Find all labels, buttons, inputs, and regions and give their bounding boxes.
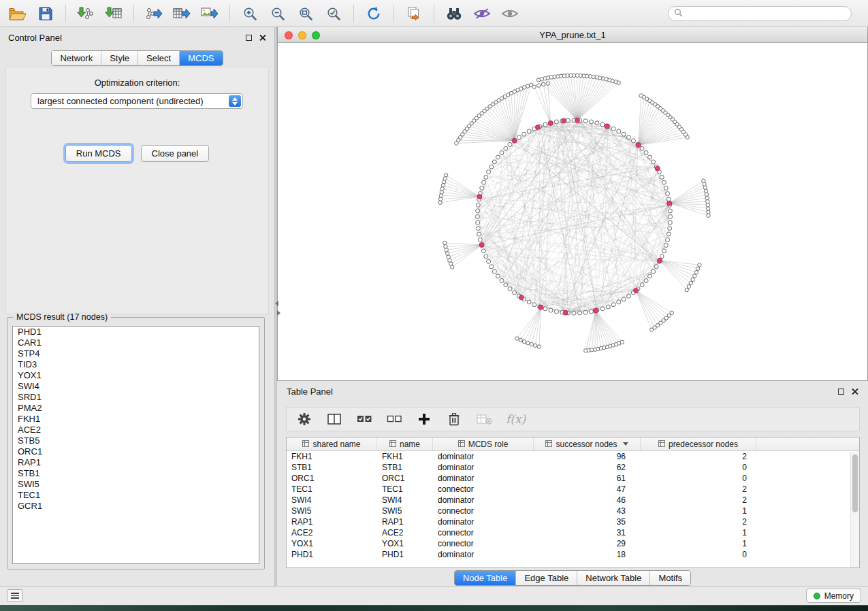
tab-motifs[interactable]: Motifs <box>650 571 690 585</box>
table-row[interactable]: STB1STB1dominator620 <box>287 462 859 473</box>
cell: ORC1 <box>377 474 433 483</box>
toolbar-separator <box>133 5 134 22</box>
search-input[interactable] <box>687 8 846 18</box>
table-row[interactable]: ACE2ACE2connector311 <box>287 527 859 538</box>
run-mcds-button[interactable]: Run MCDS <box>65 145 132 162</box>
criterion-label: Optimization criterion: <box>6 78 268 88</box>
close-window-icon[interactable] <box>285 31 293 39</box>
table-panel-title: Table Panel <box>287 386 333 397</box>
table-row[interactable]: FKH1FKH1dominator962 <box>287 451 859 462</box>
control-panel: Control Panel NetworkStyleSelectMCDS Opt… <box>0 27 274 586</box>
zoom-out-icon[interactable] <box>268 4 287 23</box>
float-panel-icon[interactable] <box>246 35 252 41</box>
criterion-select[interactable]: largest connected component (undirected) <box>31 93 243 109</box>
close-table-panel-icon[interactable] <box>851 388 858 395</box>
mcds-result-item[interactable]: SWI5 <box>13 479 259 490</box>
table-row[interactable]: YOX1YOX1connector291 <box>287 538 859 549</box>
column-header-predecessor-nodes[interactable]: predecessor nodes <box>641 437 756 450</box>
cell: connector <box>433 484 534 494</box>
tab-mcds[interactable]: MCDS <box>180 51 222 65</box>
column-type-icon <box>658 440 665 449</box>
mcds-result-item[interactable]: TID3 <box>13 359 259 370</box>
tab-node-table[interactable]: Node Table <box>455 571 517 585</box>
select-all-icon[interactable] <box>356 411 372 427</box>
column-header-mcds-role[interactable]: MCDS role <box>433 437 534 450</box>
deselect-all-icon[interactable] <box>386 411 402 427</box>
zoom-in-icon[interactable] <box>240 4 259 23</box>
mcds-result-item[interactable]: CAR1 <box>13 337 259 348</box>
zoom-selected-icon[interactable] <box>324 4 343 23</box>
mcds-result-item[interactable]: GCR1 <box>13 501 259 512</box>
cell: SWI4 <box>287 495 377 505</box>
node-table: shared namenameMCDS rolesuccessor nodesp… <box>286 437 860 568</box>
mcds-result-item[interactable]: PHD1 <box>13 327 259 337</box>
export-image-icon[interactable] <box>200 4 219 23</box>
import-table-icon[interactable] <box>104 4 123 23</box>
table-row[interactable]: PHD1PHD1dominator180 <box>287 549 859 560</box>
save-icon[interactable] <box>36 4 55 23</box>
cell: 47 <box>534 484 641 494</box>
table-header-row: shared namenameMCDS rolesuccessor nodesp… <box>287 437 859 451</box>
network-window-titlebar[interactable]: YPA_prune.txt_1 <box>278 27 867 43</box>
maximize-window-icon[interactable] <box>312 31 320 39</box>
mcds-result-item[interactable]: PMA2 <box>13 403 259 414</box>
mcds-result-item[interactable]: ORC1 <box>13 446 259 457</box>
open-icon[interactable] <box>8 4 27 23</box>
refresh-icon[interactable] <box>364 4 383 23</box>
table-row[interactable]: SWI5SWI5connector431 <box>287 506 859 516</box>
tab-edge-table[interactable]: Edge Table <box>516 571 577 585</box>
mcds-result-item[interactable]: SWI4 <box>13 381 259 392</box>
criterion-selected-value: largest connected component (undirected) <box>37 96 204 106</box>
eye-icon[interactable] <box>500 4 519 23</box>
tab-network-table[interactable]: Network Table <box>577 571 650 585</box>
delete-row-icon[interactable] <box>446 411 462 427</box>
export-network-icon[interactable] <box>144 4 163 23</box>
column-header-shared-name[interactable]: shared name <box>287 437 377 450</box>
table-row[interactable]: SWI4SWI4dominator462 <box>287 495 859 506</box>
table-row[interactable]: TEC1TEC1connector472 <box>287 484 859 495</box>
cell: STB1 <box>287 463 377 472</box>
window-traffic-lights <box>285 31 320 39</box>
scrollbar-thumb[interactable] <box>852 455 858 512</box>
column-type-icon <box>545 440 552 449</box>
status-menu-icon[interactable] <box>7 589 23 602</box>
mcds-result-item[interactable]: TEC1 <box>13 490 259 501</box>
float-table-panel-icon[interactable] <box>838 389 844 395</box>
table-scrollbar[interactable] <box>850 452 859 567</box>
tab-style[interactable]: Style <box>101 51 138 65</box>
network-canvas[interactable] <box>278 43 867 380</box>
cell: 1 <box>641 528 756 538</box>
search-box[interactable] <box>668 6 852 21</box>
add-row-icon[interactable] <box>416 411 432 427</box>
delete-table-icon <box>476 411 492 427</box>
tab-select[interactable]: Select <box>138 51 180 65</box>
mcds-result-item[interactable]: YOX1 <box>13 370 259 381</box>
import-network-icon[interactable] <box>76 4 95 23</box>
mcds-result-item[interactable]: STB5 <box>13 435 259 446</box>
mcds-result-item[interactable]: SRD1 <box>13 392 259 403</box>
tab-network[interactable]: Network <box>52 51 101 65</box>
mcds-result-item[interactable]: RAP1 <box>13 457 259 468</box>
column-header-successor-nodes[interactable]: successor nodes <box>534 437 641 450</box>
table-row[interactable]: ORC1ORC1dominator610 <box>287 473 859 484</box>
close-panel-button[interactable]: Close panel <box>141 145 210 162</box>
mcds-result-item[interactable]: FKH1 <box>13 414 259 425</box>
minimize-window-icon[interactable] <box>298 31 306 39</box>
cell: FKH1 <box>377 452 433 461</box>
eye-filter-icon[interactable] <box>472 4 492 23</box>
copy-icon[interactable] <box>404 4 423 23</box>
memory-button[interactable]: Memory <box>806 589 861 603</box>
zoom-fit-icon[interactable] <box>296 4 315 23</box>
mcds-result-item[interactable]: STB1 <box>13 468 259 479</box>
close-panel-icon[interactable] <box>259 34 266 42</box>
binoculars-icon[interactable] <box>445 4 464 23</box>
column-header-name[interactable]: name <box>377 437 433 450</box>
mcds-result-item[interactable]: ACE2 <box>13 425 259 435</box>
cell: PHD1 <box>377 550 433 559</box>
columns-icon[interactable] <box>326 411 342 427</box>
cell: dominator <box>433 452 534 461</box>
settings-icon[interactable] <box>296 411 312 427</box>
table-row[interactable]: RAP1RAP1dominator352 <box>287 516 859 527</box>
mcds-result-item[interactable]: STP4 <box>13 348 259 359</box>
export-table-icon[interactable] <box>172 4 191 23</box>
